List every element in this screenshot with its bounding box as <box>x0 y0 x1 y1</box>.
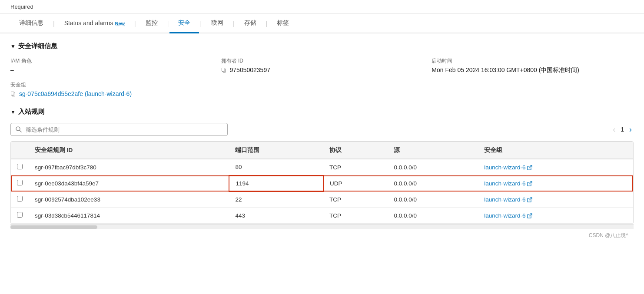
row-sg-cell: launch-wizard-6 <box>478 192 633 208</box>
tab-divider-3: | <box>166 20 170 27</box>
row-source-cell: 0.0.0.0/0 <box>388 159 478 175</box>
sg-label: 安全组 <box>10 81 212 89</box>
search-input[interactable] <box>26 126 223 133</box>
row-checkbox[interactable] <box>17 196 23 202</box>
sg-link[interactable]: sg-075c0a694d55e2afe (launch-wizard-6) <box>19 90 132 97</box>
row-checkbox-cell <box>11 175 29 192</box>
search-icon <box>15 126 22 133</box>
row-source-cell: 0.0.0.0/0 <box>388 192 478 208</box>
row-checkbox[interactable] <box>17 180 23 185</box>
tab-details[interactable]: 详细信息 <box>10 14 52 33</box>
table-row: sgr-0ee03da43bf4a59e71194UDP0.0.0.0/0lau… <box>11 175 633 192</box>
row-checkbox[interactable] <box>17 164 23 169</box>
search-row: ‹ 1 › <box>10 123 634 136</box>
inbound-section: ▼ 入站规则 ‹ 1 › <box>10 108 634 242</box>
table-header-row: 安全组规则 ID 端口范围 协议 源 安全组 <box>11 142 633 159</box>
sg-copy-icon[interactable] <box>10 91 16 96</box>
footer-note: CSDN @八止境^ <box>10 229 634 242</box>
row-sg-link[interactable]: launch-wizard-6 <box>484 212 525 219</box>
tabs-bar: 详细信息 | Status and alarmsNew | 监控 | 安全 | … <box>0 14 644 33</box>
row-port-cell: 80 <box>229 159 323 175</box>
tab-storage[interactable]: 存储 <box>236 14 265 33</box>
pagination: ‹ 1 › <box>611 125 634 134</box>
row-sg-link[interactable]: launch-wizard-6 <box>484 196 525 203</box>
row-protocol-cell: UDP <box>323 175 388 192</box>
pagination-prev[interactable]: ‹ <box>611 125 617 134</box>
content-area: ▼ 安全详细信息 IAM 角色 – 拥有者 ID 975050023597 启动… <box>0 33 644 251</box>
row-checkbox-cell <box>11 208 29 224</box>
row-id-cell: sgr-0092574dba102ee33 <box>29 192 229 208</box>
external-link-icon <box>527 165 532 170</box>
row-sg-link[interactable]: launch-wizard-6 <box>484 164 525 171</box>
scrollbar-thumb[interactable] <box>10 225 97 229</box>
pagination-next[interactable]: › <box>627 125 634 134</box>
row-port-cell: 443 <box>229 208 323 224</box>
row-sg-cell: launch-wizard-6 <box>478 175 633 192</box>
owner-label: 拥有者 ID <box>221 57 423 65</box>
table-body: sgr-097fbac97dbf3c78080TCP0.0.0.0/0launc… <box>11 159 633 224</box>
svg-rect-3 <box>11 92 14 96</box>
iam-field: IAM 角色 – <box>10 57 212 74</box>
row-protocol-cell: TCP <box>323 192 388 208</box>
iam-value: – <box>10 66 212 73</box>
horizontal-scrollbar[interactable] <box>10 224 634 229</box>
tab-divider-1: | <box>52 20 56 27</box>
row-port-cell: 22 <box>229 192 323 208</box>
inbound-rules-table-wrap: 安全组规则 ID 端口范围 协议 源 安全组 sgr-097fbac97dbf3… <box>10 141 634 224</box>
external-link-icon <box>527 197 532 202</box>
security-info-grid: IAM 角色 – 拥有者 ID 975050023597 启动时间 Mon Fe… <box>10 57 634 97</box>
inbound-section-header: ▼ 入站规则 <box>10 108 634 116</box>
search-input-wrap[interactable] <box>10 123 228 136</box>
row-source-cell: 0.0.0.0/0 <box>388 175 478 192</box>
badge-new: New <box>115 21 125 26</box>
external-link-icon <box>527 213 532 218</box>
pagination-current: 1 <box>621 126 624 133</box>
inbound-section-title: 入站规则 <box>18 108 44 116</box>
row-protocol-cell: TCP <box>323 208 388 224</box>
col-port-range-header: 端口范围 <box>229 142 323 159</box>
sg-value: sg-075c0a694d55e2afe (launch-wizard-6) <box>10 90 212 97</box>
row-sg-link[interactable]: launch-wizard-6 <box>484 180 525 187</box>
table-row: sgr-097fbac97dbf3c78080TCP0.0.0.0/0launc… <box>11 159 633 175</box>
inbound-rules-table: 安全组规则 ID 端口范围 协议 源 安全组 sgr-097fbac97dbf3… <box>11 142 633 224</box>
table-row: sgr-0092574dba102ee3322TCP0.0.0.0/0launc… <box>11 192 633 208</box>
tab-monitor[interactable]: 监控 <box>137 14 166 33</box>
tab-security[interactable]: 安全 <box>169 14 199 33</box>
row-sg-cell: launch-wizard-6 <box>478 208 633 224</box>
security-section-header: ▼ 安全详细信息 <box>10 42 634 50</box>
row-id-cell: sgr-097fbac97dbf3c780 <box>29 159 229 175</box>
security-section-title: 安全详细信息 <box>18 42 57 50</box>
inbound-collapse-triangle[interactable]: ▼ <box>10 109 16 115</box>
iam-label: IAM 角色 <box>10 57 212 65</box>
col-source-header: 源 <box>388 142 478 159</box>
col-checkbox-header <box>11 142 29 159</box>
tab-network[interactable]: 联网 <box>202 14 232 33</box>
launch-time-label: 启动时间 <box>432 57 634 65</box>
external-link-icon <box>527 181 532 186</box>
owner-field: 拥有者 ID 975050023597 <box>221 57 423 74</box>
row-sg-cell: launch-wizard-6 <box>478 159 633 175</box>
row-protocol-cell: TCP <box>323 159 388 175</box>
sg-field: 安全组 sg-075c0a694d55e2afe (launch-wizard-… <box>10 81 212 97</box>
row-id-cell: sgr-0ee03da43bf4a59e7 <box>29 175 229 192</box>
row-source-cell: 0.0.0.0/0 <box>388 208 478 224</box>
tab-status-alarms[interactable]: Status and alarmsNew <box>56 14 133 33</box>
collapse-triangle[interactable]: ▼ <box>10 43 16 50</box>
row-port-cell: 1194 <box>229 175 323 192</box>
col-protocol-header: 协议 <box>323 142 388 159</box>
row-id-cell: sgr-03d38cb5446117814 <box>29 208 229 224</box>
col-sg-header: 安全组 <box>478 142 633 159</box>
table-row: sgr-03d38cb5446117814443TCP0.0.0.0/0laun… <box>11 208 633 224</box>
row-checkbox-cell <box>11 192 29 208</box>
owner-value: 975050023597 <box>221 66 423 73</box>
launch-time-field: 启动时间 Mon Feb 05 2024 16:03:00 GMT+0800 (… <box>432 57 634 74</box>
tab-divider-4: | <box>199 20 202 27</box>
col-sg-rule-id-header: 安全组规则 ID <box>29 142 229 159</box>
tab-divider-6: | <box>265 20 269 27</box>
svg-rect-1 <box>222 68 225 72</box>
tab-divider-2: | <box>133 20 137 27</box>
row-checkbox[interactable] <box>17 212 23 218</box>
svg-line-5 <box>20 130 21 132</box>
tab-tags[interactable]: 标签 <box>268 14 298 33</box>
copy-icon[interactable] <box>221 67 226 73</box>
